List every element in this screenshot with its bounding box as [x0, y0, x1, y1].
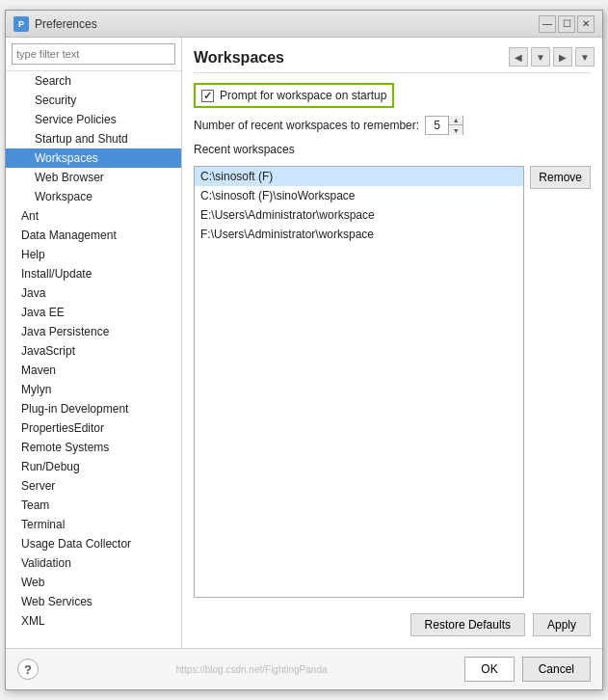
sidebar-item-web-browser[interactable]: Web Browser: [6, 168, 181, 187]
forward-button[interactable]: ▶: [553, 47, 572, 67]
main-content: SearchSecurityService PoliciesStartup an…: [6, 38, 602, 648]
recent-item[interactable]: C:\sinosoft (F)\sinoWorkspace: [195, 186, 523, 205]
preferences-window: P Preferences — ☐ ✕ SearchSecurityServic…: [5, 10, 603, 690]
sidebar-item-data-management[interactable]: Data Management: [6, 226, 181, 245]
bottom-bar: ? https://blog.csdn.net/FightingPanda OK…: [6, 648, 602, 689]
forward-dropdown-button[interactable]: ▼: [575, 47, 595, 67]
prompt-checkbox[interactable]: [201, 90, 214, 102]
sidebar-item-search[interactable]: Search: [6, 71, 181, 91]
ok-button[interactable]: OK: [464, 657, 514, 682]
dropdown-button[interactable]: ▼: [531, 47, 550, 67]
spinner-arrows: ▲ ▼: [449, 116, 463, 135]
sidebar-item-javascript[interactable]: JavaScript: [6, 341, 181, 361]
recent-item[interactable]: C:\sinosoft (F): [195, 167, 523, 186]
sidebar-item-team[interactable]: Team: [6, 496, 181, 515]
left-panel: SearchSecurityService PoliciesStartup an…: [6, 38, 182, 648]
recent-workspaces-label: Recent workspaces: [194, 143, 591, 156]
sidebar-item-xml[interactable]: XML: [6, 611, 181, 631]
filter-input[interactable]: [12, 43, 175, 65]
sidebar-item-java[interactable]: Java: [6, 283, 181, 303]
back-button[interactable]: ◀: [509, 47, 528, 67]
recent-item[interactable]: E:\Users\Administrator\workspace: [195, 205, 523, 225]
window-icon: P: [13, 16, 29, 32]
filter-box: [6, 38, 181, 71]
spinner-down[interactable]: ▼: [449, 125, 463, 135]
right-panel: ◀ ▼ ▶ ▼ Workspaces Prompt for workspace …: [182, 38, 602, 648]
remember-row: Number of recent workspaces to remember:…: [194, 116, 591, 135]
action-buttons: Restore Defaults Apply: [194, 613, 591, 636]
sidebar-item-plugin-development[interactable]: Plug-in Development: [6, 399, 181, 418]
help-button[interactable]: ?: [17, 659, 39, 680]
sidebar-item-mylyn[interactable]: Mylyn: [6, 380, 181, 399]
sidebar-item-startup-and-shutdown[interactable]: Startup and Shutd: [6, 129, 181, 148]
restore-defaults-button[interactable]: Restore Defaults: [410, 613, 525, 636]
remember-spinner[interactable]: 5 ▲ ▼: [425, 116, 463, 135]
apply-button[interactable]: Apply: [533, 613, 591, 636]
minimize-button[interactable]: —: [539, 15, 556, 33]
tree-container: SearchSecurityService PoliciesStartup an…: [6, 71, 181, 648]
workspace-section: Prompt for workspace on startup Number o…: [194, 83, 591, 636]
window-title: Preferences: [35, 17, 539, 31]
recent-list: C:\sinosoft (F)C:\sinosoft (F)\sinoWorks…: [194, 166, 524, 598]
sidebar-item-remote-systems[interactable]: Remote Systems: [6, 438, 181, 457]
sidebar-item-run-debug[interactable]: Run/Debug: [6, 457, 181, 476]
cancel-button[interactable]: Cancel: [522, 657, 591, 682]
sidebar-item-web[interactable]: Web: [6, 573, 181, 592]
sidebar-item-install-update[interactable]: Install/Update: [6, 264, 181, 283]
spinner-up[interactable]: ▲: [449, 116, 463, 125]
sidebar-item-web-services[interactable]: Web Services: [6, 592, 181, 611]
maximize-button[interactable]: ☐: [558, 15, 575, 33]
bottom-right: OK Cancel: [464, 657, 591, 682]
sidebar-item-server[interactable]: Server: [6, 476, 181, 496]
sidebar-item-validation[interactable]: Validation: [6, 553, 181, 573]
sidebar-item-workspaces[interactable]: Workspaces: [6, 148, 181, 168]
sidebar-item-security[interactable]: Security: [6, 91, 181, 110]
sidebar-item-terminal[interactable]: Terminal: [6, 515, 181, 534]
window-controls: — ☐ ✕: [539, 15, 595, 33]
remember-label: Number of recent workspaces to remember:: [194, 119, 419, 132]
remove-button[interactable]: Remove: [530, 166, 591, 189]
sidebar-item-workspace[interactable]: Workspace: [6, 187, 181, 206]
bottom-left: ?: [17, 659, 39, 680]
sidebar-item-service-policies[interactable]: Service Policies: [6, 110, 181, 129]
prompt-checkbox-row: Prompt for workspace on startup: [194, 83, 394, 108]
sidebar-item-ant[interactable]: Ant: [6, 206, 181, 226]
sidebar-item-properties-editor[interactable]: PropertiesEditor: [6, 418, 181, 438]
recent-item[interactable]: F:\Users\Administrator\workspace: [195, 225, 523, 244]
prompt-checkbox-label: Prompt for workspace on startup: [220, 89, 386, 102]
sidebar-item-java-persistence[interactable]: Java Persistence: [6, 322, 181, 341]
recent-list-container: C:\sinosoft (F)C:\sinosoft (F)\sinoWorks…: [194, 166, 591, 598]
spinner-value: 5: [426, 117, 449, 134]
watermark: https://blog.csdn.net/FightingPanda: [39, 664, 464, 675]
sidebar-item-java-ee[interactable]: Java EE: [6, 303, 181, 322]
sidebar-item-usage-data-collector[interactable]: Usage Data Collector: [6, 534, 181, 553]
sidebar-item-help[interactable]: Help: [6, 245, 181, 264]
title-bar: P Preferences — ☐ ✕: [6, 11, 602, 38]
sidebar-item-maven[interactable]: Maven: [6, 361, 181, 380]
close-button[interactable]: ✕: [577, 15, 595, 33]
